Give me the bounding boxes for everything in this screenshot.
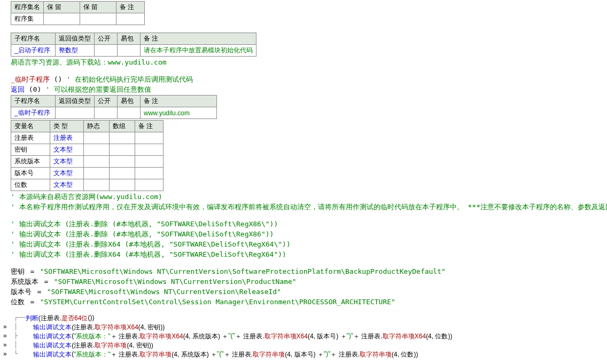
subroutine-name[interactable]: _临时子程序 [11,107,56,119]
cell [110,144,135,156]
cell [84,132,110,144]
th: 保 留 [80,2,116,13]
debug-line: ' 输出调试文本 (注册表.删除 (#本地机器, "SOFTWARE\DeliS… [11,219,596,229]
comment-line: 易语言学习资源、源码下载站：www.yudilu.com [11,58,596,67]
remark: www.yudilu.com [141,107,217,119]
cell [135,144,164,156]
th: 公开 [95,96,118,107]
debug-line: ' 输出调试文本 (注册表.删除X64 (#本地机器, "SOFTWARE\De… [11,240,596,249]
assign-line: 密钥 ＝ "SOFTWARE\Microsoft\Windows NT\Curr… [11,267,596,276]
var-type[interactable]: 文本型 [50,168,84,179]
cell [95,45,118,57]
cell [84,168,110,179]
var-type[interactable]: 文本型 [50,179,84,191]
table-row: 系统版本文本型 [11,156,164,168]
debug-line: ' 输出调试文本 (注册表.删除 (#本地机器, "SOFTWARE\DeliS… [11,230,596,239]
th: 备 注 [116,2,145,13]
th: 子程序名 [11,33,56,45]
th: 备 注 [141,96,217,107]
cell [135,156,164,168]
th: 易包 [118,96,141,107]
var-name: 系统版本 [11,156,50,168]
table-row: 程序集 [11,13,145,25]
variables-table: 变量名 类 型 静态 数组 备 注 注册表注册表 密钥文本型 系统版本文本型 版… [11,120,164,191]
cell: 程序集 [11,13,44,25]
var-type[interactable]: 文本型 [50,144,84,156]
table-row: 版本号文本型 [11,168,164,179]
subroutine-table-1: 子程序名 返回值类型 公开 易包 备 注 _启动子程序 整数型 请在本子程序中放… [11,33,256,57]
th: 静态 [84,121,110,132]
table-row: _启动子程序 整数型 请在本子程序中放置易模块初始化代码 [11,45,256,57]
cell [84,179,110,191]
subroutine-table-2: 子程序名 返回值类型 公开 易包 备 注 _临时子程序 www.yudilu.c… [11,95,217,119]
return-line: 返回 (0) ' 可以根据您的需要返回任意数值 [11,85,596,94]
debug-line: ' 输出调试文本 (注册表.删除X64 (#本地机器, "SOFTWARE\De… [11,250,596,259]
var-name: 版本号 [11,168,50,179]
return-type[interactable]: 整数型 [56,45,95,57]
assign-line: 系统版本 ＝ "SOFTWARE\Microsoft\Windows NT\Cu… [11,277,596,287]
th: 程序集名 [11,2,44,13]
table-row: 位数文本型 [11,179,164,191]
cell [135,132,164,144]
th: 变量名 [11,121,50,132]
cell [110,168,135,179]
cell [110,179,135,191]
comment-line: ' 本源码来自易语言资源网(www.yudilu.com) [11,192,596,202]
var-name: 位数 [11,179,50,191]
var-name: 注册表 [11,132,50,144]
var-name: 密钥 [11,144,50,156]
var-type[interactable]: 注册表 [50,132,84,144]
table-row: 密钥文本型 [11,144,164,156]
comment-line: ' 本名称子程序用作测试程序用，仅在开发及调试环境中有效，编译发布程序前将被系统… [11,202,596,212]
th: 返回值类型 [56,96,95,107]
cell [135,168,164,179]
cell [135,179,164,191]
assign-line: 版本号 ＝ "SOFTWARE\Microsoft\Windows NT\Cur… [11,287,596,297]
assign-line: 位数 ＝ "SYSTEM\CurrentControlSet\Control\S… [11,297,596,307]
cell [95,107,118,119]
var-type[interactable]: 文本型 [50,156,84,168]
cell [110,156,135,168]
th: 公开 [95,33,118,45]
cell [80,13,116,25]
call-line: _临时子程序 () ' 在初始化代码执行完毕后调用测试代码 [11,75,596,84]
th: 保 留 [44,2,80,13]
th: 易包 [118,33,141,45]
cell [118,107,141,119]
output-line: » │ 输出调试文本 (注册表.取字符串项X64 (4, 密钥)) [3,323,596,332]
cell [84,144,110,156]
cell [118,45,141,57]
cell [110,132,135,144]
th: 子程序名 [11,96,56,107]
cell [84,156,110,168]
cell [56,107,95,119]
table-row: _临时子程序 www.yudilu.com [11,107,217,119]
programset-table: 程序集名 保 留 保 留 备 注 程序集 [11,1,145,25]
th: 备 注 [141,33,256,45]
table-row: 注册表注册表 [11,132,164,144]
subroutine-name[interactable]: _启动子程序 [11,45,56,57]
output-line: » ├ 输出调试文本 ("系统版本：" ＋ 注册表.取字符串项X64 (4, 系… [3,332,596,341]
th: 备 注 [135,121,164,132]
output-line: » │ 输出调试文本 (注册表.取字符串项 (4, 密钥)) [3,341,596,350]
th: 返回值类型 [56,33,95,45]
cell [116,13,145,25]
th: 类 型 [50,121,84,132]
remark: 请在本子程序中放置易模块初始化代码 [141,45,256,57]
cell [44,13,80,25]
judge-line: ┌── 判断 (注册表.是否64位 ()) [3,314,596,323]
th: 数组 [110,121,135,132]
output-line: » └ 输出调试文本 ("系统版本：" ＋ 注册表.取字符串项 (4, 系统版本… [3,350,596,359]
